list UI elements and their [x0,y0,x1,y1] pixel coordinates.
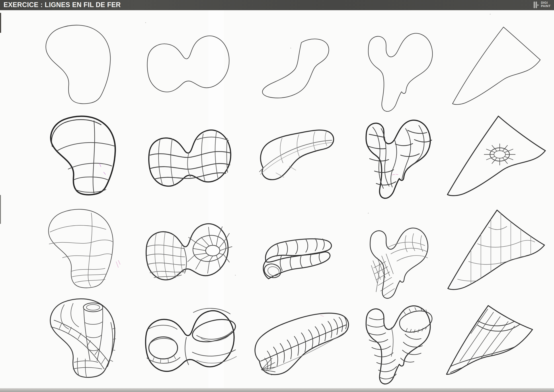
figure-row3-col1-blob-contours [33,205,128,298]
figure-row1-col3-bean-outline [250,33,332,100]
scanned-exercise-sheet: EXERCICE : LIGNES EN FIL DE FER DIGI PAI… [0,0,554,392]
tip-fan [261,358,276,375]
web-spokes [484,144,515,165]
figure-row4-col3-bean-slug [245,305,353,390]
figure-row3-col4-scurve-crosshatch [350,222,443,301]
body-ribs [367,318,422,379]
slug-rings [267,316,347,369]
dust-speck [368,213,369,214]
page-title: EXERCICE : LIGNES EN FIL DE FER [4,1,121,9]
figure-row1-col1-blob-outline [33,22,122,111]
paint-bars-icon [533,1,539,9]
figure-row1-col5-fin-outline [450,24,546,106]
pink-pen-mark [99,164,105,174]
scan-edge-mark [0,13,1,33]
figure-row2-col5-fin-scales [444,113,548,199]
figure-row1-col2-peanut-outline [136,23,238,105]
figure-row2-col1-blob-slab [35,112,131,205]
figure-row4-col2-peanut-craters [134,298,244,388]
pink-pen-mark [320,315,323,316]
figure-row2-col3-bean-spine [249,121,340,195]
figure-row1-col4-scurve-outline [350,26,439,115]
brand-logo: DIGI PAINT [533,1,550,9]
figure-row4-col1-blob-complex [34,294,132,389]
pink-pen-mark [392,174,398,175]
shell-spokes [193,236,226,261]
figure-row3-col5-fin-grid [444,206,548,294]
figure-row2-col4-scurve-grid [348,113,443,202]
crosshatch [372,254,394,296]
pink-pen-mark [116,260,120,267]
figure-row4-col4-scurve-ribs [346,297,448,390]
scan-edge-mark [0,195,1,224]
figure-row2-col2-peanut-wireframe [136,116,243,201]
header-bar: EXERCICE : LIGNES EN FIL DE FER DIGI PAI… [0,0,554,10]
logo-line2: PAINT [541,4,550,8]
dust-speck [490,14,491,15]
figure-row3-col3-croissant-rings [249,218,340,294]
logo-line1: DIGI [541,1,550,4]
figure-row4-col5-fin-hatched-bands [444,305,552,391]
dust-speck [145,22,146,23]
figure-row3-col2-peanut-shell [134,210,238,296]
